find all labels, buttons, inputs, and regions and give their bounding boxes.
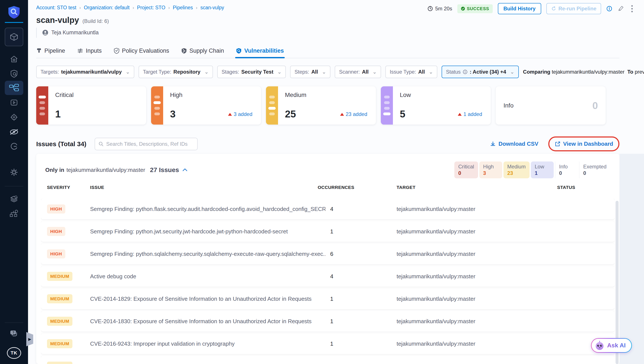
rerun-pipeline-button[interactable]: Re-run Pipeline <box>546 3 601 14</box>
sidebar-executions-icon[interactable] <box>0 97 28 108</box>
sidebar-pipelines-item-selected[interactable] <box>5 81 23 95</box>
table-row[interactable]: HIGH Semgrep Finding: python.flask.secur… <box>41 199 615 219</box>
table-row[interactable]: MEDIUM Active debug code 4 tejakummariku… <box>41 266 615 287</box>
filter-bar: Targets:tejakummarikuntla/vulpy ⌄ Target… <box>36 66 620 78</box>
sidebar-logo-divider <box>5 22 23 23</box>
build-id-label: (Build Id: 6) <box>82 18 109 24</box>
status-badge: SUCCESS <box>457 4 493 13</box>
breadcrumb-separator: › <box>168 5 170 10</box>
severity-badge: MEDIUM <box>47 362 72 364</box>
tab-supply-chain[interactable]: Supply Chain <box>181 45 224 58</box>
severity-badge: HIGH <box>47 227 65 236</box>
module-selector-button[interactable] <box>5 28 23 46</box>
supply-chain-shield-icon <box>181 48 187 54</box>
sidebar-help-chat-icon[interactable]: ? <box>0 328 28 339</box>
ai-robot-icon <box>595 340 604 350</box>
external-link-icon <box>554 141 560 147</box>
chip-low[interactable]: Low1 <box>531 161 554 178</box>
svg-text:?: ? <box>12 331 14 334</box>
sidebar-default-settings-icon[interactable] <box>0 194 28 205</box>
severity-badge: MEDIUM <box>47 294 72 303</box>
refresh-icon <box>551 6 556 11</box>
breadcrumb-account[interactable]: Account: STO test <box>36 5 76 11</box>
table-row[interactable]: HIGH Semgrep Finding: python.sqlalchemy.… <box>41 244 615 264</box>
chip-exempted[interactable]: Exempted0 <box>579 161 610 178</box>
filter-targets[interactable]: Targets:tejakummarikuntla/vulpy ⌄ <box>36 66 134 78</box>
filter-target-type[interactable]: Target Type:Repository ⌄ <box>138 66 213 78</box>
chip-medium[interactable]: Medium23 <box>504 161 530 178</box>
filter-stages[interactable]: Stages:Security Test ⌄ <box>217 66 286 78</box>
table-header: SEVERITY ISSUE OCCURRENCES TARGET STATUS <box>47 185 606 190</box>
tab-vulnerabilities[interactable]: Vulnerabilities <box>236 45 284 58</box>
chip-info[interactable]: Info0 <box>555 161 578 178</box>
issues-panel: Only in tejakummarikuntla/vulpy:master 2… <box>36 154 620 364</box>
search-icon <box>98 141 104 147</box>
check-circle-icon <box>461 7 465 11</box>
download-icon <box>490 141 496 147</box>
edit-pencil-icon[interactable] <box>618 6 624 12</box>
filter-scanner[interactable]: Scanner:All ⌄ <box>335 66 381 78</box>
download-csv-button[interactable]: Download CSV <box>490 140 538 147</box>
chevron-down-icon: ⌄ <box>277 69 282 75</box>
tab-policy-evaluations[interactable]: Policy Evaluations <box>114 45 169 58</box>
table-row[interactable]: MEDIUM <box>41 356 615 364</box>
build-duration: 5m 20s <box>428 6 452 12</box>
user-avatar[interactable]: TK <box>7 347 21 359</box>
more-options-kebab-icon[interactable] <box>629 4 635 13</box>
low-severity-bar-icon <box>381 86 393 125</box>
harness-sto-logo-icon[interactable] <box>7 5 21 19</box>
main-content: Account: STO test › Organization: defaul… <box>28 0 644 364</box>
sidebar-gauge-icon[interactable] <box>0 141 28 152</box>
chip-high[interactable]: High3 <box>479 161 502 178</box>
table-row[interactable]: HIGH Semgrep Finding: python.jwt.securit… <box>41 221 615 242</box>
filter-steps[interactable]: Steps:All ⌄ <box>290 66 330 78</box>
build-history-button[interactable]: Build History <box>498 3 541 14</box>
high-severity-bar-icon <box>151 86 163 125</box>
breadcrumb-project[interactable]: Project: STO <box>137 5 165 11</box>
search-input[interactable] <box>106 141 194 147</box>
medium-severity-bar-icon <box>266 86 278 125</box>
chip-critical[interactable]: Critical0 <box>454 161 478 178</box>
sidebar-overview-icon[interactable] <box>0 68 28 79</box>
policy-shield-check-icon <box>114 48 120 54</box>
table-row[interactable]: MEDIUM CVE-2014-1830: Exposure of Sensit… <box>41 311 615 332</box>
sidebar-settings-gear-icon[interactable] <box>0 167 28 178</box>
sidebar-divider-bottom <box>5 322 23 323</box>
breadcrumb-current[interactable]: scan-vulpy <box>200 5 224 11</box>
info-icon[interactable] <box>606 6 612 12</box>
sidebar-org-settings-icon[interactable] <box>0 208 28 219</box>
inputs-tab-icon <box>77 48 83 54</box>
header-actions: 5m 20s SUCCESS Build History Re-run Pipe… <box>428 3 635 14</box>
breadcrumb-separator: › <box>196 5 198 10</box>
table-row[interactable]: MEDIUM CVE-2014-1829: Exposure of Sensit… <box>41 288 615 309</box>
tab-inputs[interactable]: Inputs <box>77 45 102 58</box>
filter-issue-type[interactable]: Issue Type:All ⌄ <box>385 66 437 78</box>
ask-ai-button[interactable]: Ask AI <box>591 338 632 353</box>
severity-card-high: High 3 3 added <box>151 86 261 125</box>
table-row[interactable]: MEDIUM CVE-2016-9243: Improper input val… <box>41 333 615 354</box>
annotation-highlight: View in Dashboard <box>548 136 620 151</box>
severity-badge: MEDIUM <box>47 272 72 281</box>
tab-pipeline[interactable]: Pipeline <box>36 45 65 58</box>
author-row: Teja Kummarikuntla <box>36 28 99 38</box>
chevron-up-icon[interactable] <box>182 168 188 172</box>
breadcrumb-pipelines[interactable]: Pipelines <box>173 5 193 11</box>
sidebar-security-tests-icon[interactable] <box>0 126 28 137</box>
page-title: scan-vulpy <box>36 16 79 25</box>
sidebar-targets-icon[interactable] <box>0 112 28 123</box>
filter-status[interactable]: Status : Active (34) +4 ⌄ <box>442 66 518 78</box>
triangle-up-icon <box>458 113 462 116</box>
severity-summary-cards: Critical 1 High 3 3 added Medium 25 23 a… <box>36 86 606 125</box>
severity-card-medium: Medium 25 23 added <box>266 86 376 125</box>
view-in-dashboard-button[interactable]: View in Dashboard <box>554 140 613 147</box>
page: ? TK ▶ Account: STO test › Organization:… <box>0 0 644 364</box>
chevron-down-icon: ⌄ <box>126 69 130 75</box>
info-icon <box>463 70 468 74</box>
sidebar-home-icon[interactable] <box>0 54 28 65</box>
right-gutter <box>620 154 644 364</box>
pipelines-icon <box>9 84 19 92</box>
clock-icon <box>428 6 433 12</box>
breadcrumb-organization[interactable]: Organization: default <box>84 5 130 11</box>
severity-badge: HIGH <box>47 249 65 258</box>
triangle-up-icon <box>340 113 344 116</box>
